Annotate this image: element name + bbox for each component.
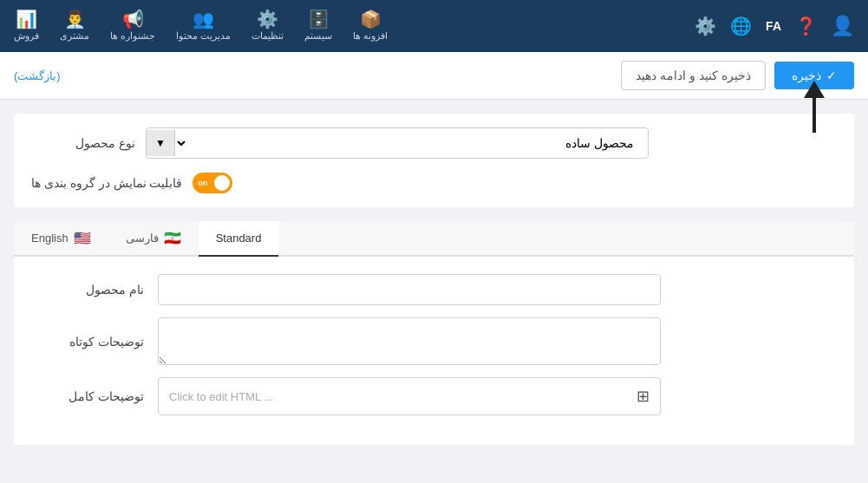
tanzim-icon: ⚙️	[257, 10, 278, 28]
tab-english-label: English	[31, 232, 69, 245]
short-desc-label: توضیحات کوتاه	[31, 335, 144, 349]
group-display-row: on قابلیت نمایش در گروه بندی ها	[31, 173, 837, 193]
select-arrow-button[interactable]: ▼	[147, 130, 175, 156]
customer-label: مشتری	[60, 30, 89, 42]
content-icon: 👥	[193, 10, 214, 28]
up-arrow-head	[804, 81, 825, 98]
save-button-container: ✓ ذخیره	[774, 62, 854, 89]
nav-item-content[interactable]: 👥 مدیریت محتوا	[176, 10, 231, 42]
save-continue-label: ذخیره کنید و ادامه دهید	[636, 69, 751, 82]
tanzim-label: تنظیمات	[251, 30, 284, 42]
globe-icon[interactable]: 🌐	[730, 16, 752, 36]
group-display-label: قابلیت نمایش در گروه بندی ها	[31, 176, 182, 190]
toggle-on-label: on	[198, 179, 207, 187]
product-name-input[interactable]	[158, 274, 661, 305]
nav-item-customer[interactable]: 👨‍💼 مشتری	[60, 10, 89, 42]
farsi-flag: 🇮🇷	[164, 230, 181, 246]
group-display-toggle[interactable]: on	[193, 173, 232, 193]
html-editor-field[interactable]: Click to edit HTML ... ⊞	[158, 377, 661, 415]
sales-label: فروش	[14, 30, 39, 42]
nav-item-tanzim[interactable]: ⚙️ تنظیمات	[251, 10, 284, 42]
navbar-right: 📦 افزونه ها 🗄️ سیستم ⚙️ تنظیمات 👥 مدیریت…	[14, 10, 388, 42]
tab-standard[interactable]: Standard	[199, 221, 279, 257]
festival-icon: 📢	[122, 10, 144, 28]
short-desc-input[interactable]	[158, 317, 661, 365]
user-icon[interactable]: 👤	[831, 15, 854, 37]
product-type-select[interactable]: محصول ساده	[175, 128, 648, 158]
lang-fa-label[interactable]: FA	[766, 19, 781, 33]
tab-farsi-label: فارسی	[126, 232, 159, 245]
save-continue-button[interactable]: ذخیره کنید و ادامه دهید	[621, 61, 766, 90]
system-icon: 🗄️	[308, 10, 330, 28]
full-desc-label: توضیحات کامل	[31, 389, 144, 403]
tab-english[interactable]: 🇺🇸 English	[14, 221, 108, 257]
english-flag: 🇺🇸	[74, 230, 91, 246]
save-up-arrow	[804, 81, 825, 133]
back-link[interactable]: (بازگشت)	[14, 69, 61, 82]
html-placeholder: Click to edit HTML ...	[169, 390, 273, 403]
toolbar-actions: ✓ ذخیره ذخیره کنید و ادامه دهید	[621, 61, 854, 90]
navbar: 👤 ❓ FA 🌐 ⚙️ 📦 افزونه ها 🗄️ سیستم ⚙️ تنظی…	[0, 0, 868, 52]
nav-item-system[interactable]: 🗄️ سیستم	[304, 10, 332, 42]
nav-item-afzouneh[interactable]: 📦 افزونه ها	[353, 10, 388, 42]
product-name-group: نام محصول	[31, 274, 837, 305]
afzouneh-icon: 📦	[360, 10, 382, 28]
nav-item-sales[interactable]: 📊 فروش	[14, 10, 39, 42]
full-desc-group: Click to edit HTML ... ⊞ توضیحات کامل	[31, 377, 837, 415]
up-arrow-line	[813, 98, 816, 133]
save-checkmark: ✓	[826, 69, 837, 82]
product-type-row: محصول ساده ▼ نوع محصول	[31, 127, 837, 159]
content-label: مدیریت محتوا	[176, 30, 231, 42]
tab-standard-label: Standard	[216, 232, 262, 245]
tabs-header: Standard 🇮🇷 فارسی 🇺🇸 English	[14, 221, 854, 257]
help-icon[interactable]: ❓	[795, 16, 817, 36]
html-editor-icon: ⊞	[636, 387, 649, 406]
toggle-slider: on	[193, 173, 232, 193]
back-label: (بازگشت)	[14, 69, 61, 82]
short-desc-group: توضیحات کوتاه	[31, 317, 837, 365]
product-name-label: نام محصول	[31, 283, 144, 297]
festival-label: جشنواره ها	[110, 30, 155, 42]
settings-icon[interactable]: ⚙️	[695, 16, 716, 36]
afzouneh-label: افزونه ها	[353, 30, 388, 42]
main-content: محصول ساده ▼ نوع محصول on قابلیت نمایش د…	[0, 100, 868, 473]
tabs-section: Standard 🇮🇷 فارسی 🇺🇸 English نام محصول	[14, 221, 854, 445]
navbar-left: 👤 ❓ FA 🌐 ⚙️	[695, 15, 854, 37]
customer-icon: 👨‍💼	[64, 10, 86, 28]
product-type-label: نوع محصول	[31, 136, 135, 150]
tab-farsi[interactable]: 🇮🇷 فارسی	[108, 221, 199, 257]
product-type-select-wrap[interactable]: محصول ساده ▼	[146, 127, 649, 159]
nav-item-festival[interactable]: 📢 جشنواره ها	[110, 10, 155, 42]
basic-settings-card: محصول ساده ▼ نوع محصول on قابلیت نمایش د…	[14, 114, 854, 207]
system-label: سیستم	[304, 30, 332, 42]
toolbar: ✓ ذخیره ذخیره کنید و ادامه دهید (بازگشت)	[0, 52, 868, 100]
tab-content-standard: نام محصول توضیحات کوتاه	[14, 257, 854, 445]
sales-icon: 📊	[16, 10, 37, 28]
